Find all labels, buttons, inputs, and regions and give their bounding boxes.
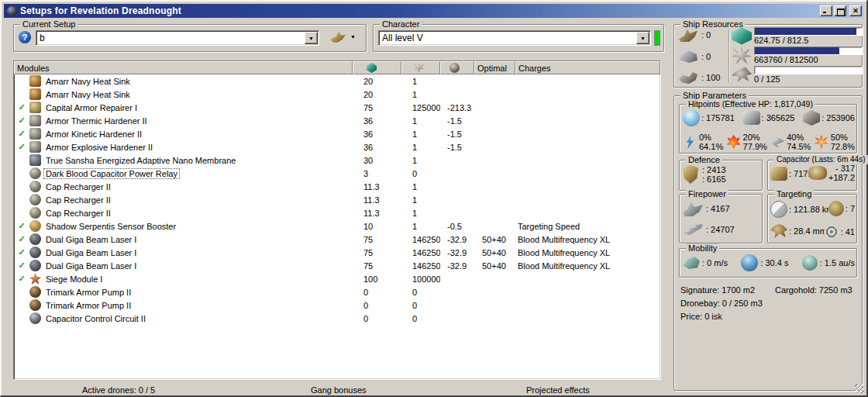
module-cpu-cell: 36 — [353, 116, 401, 126]
table-row[interactable]: ✓Armor Explosive Hardener II361-1.5 — [14, 140, 660, 154]
module-name: Cap Recharger II — [43, 181, 113, 192]
table-row[interactable]: ✓Capital Armor Repairer I75125000-213.3 — [14, 101, 660, 114]
column-header-charges[interactable]: Charges — [515, 61, 660, 74]
module-pg-cell: 146250 — [401, 261, 440, 271]
table-row[interactable]: ✓Shadow Serpentis Sensor Booster101-0.5T… — [14, 219, 660, 233]
explosive-resist-icon — [815, 135, 828, 149]
resize-grip[interactable] — [855, 384, 864, 393]
module-name: Capacitor Control Circuit II — [43, 313, 148, 324]
module-name: Armor Explosive Hardener II — [43, 142, 155, 153]
ship-tools-icon[interactable] — [330, 32, 346, 43]
shield-hp-icon — [683, 109, 700, 126]
current-setup-group: Current Setup ? b ▼ ▼ — [13, 24, 367, 52]
resist-cell: 50%72.8% — [815, 133, 855, 151]
close-button[interactable] — [849, 5, 862, 16]
table-row[interactable]: Cap Recharger II11.31 — [14, 180, 660, 193]
table-row[interactable]: Capacitor Control Circuit II00 — [14, 312, 660, 325]
setup-value: b — [36, 33, 305, 43]
targeting-group: Targeting : 121.88 km : 7 : 28.4 mm : 41 — [767, 194, 857, 243]
module-cpu-cell: 10 — [353, 222, 401, 231]
setup-combobox[interactable]: b ▼ — [36, 30, 319, 46]
table-row[interactable]: Cap Recharger II11.31 — [14, 193, 660, 206]
cpu-icon — [732, 28, 752, 45]
gang-bonuses-label: Gang bonuses — [311, 385, 367, 395]
table-row[interactable]: Trimark Armor Pump II00 — [14, 285, 660, 299]
module-pg-cell: 0 — [401, 169, 440, 178]
defence-group: Defence : 2413 : 6165 — [679, 160, 763, 191]
sensor-strength-icon — [824, 224, 839, 240]
module-name: Shadow Serpentis Sensor Booster — [43, 221, 178, 232]
active-drones-label: Active drones: 0 / 5 — [82, 385, 155, 395]
module-pg-cell: 146250 — [401, 248, 440, 257]
module-charges-cell: Targeting Speed — [515, 222, 660, 231]
module-cpu-cell: 0 — [353, 301, 401, 310]
column-header-powergrid[interactable] — [401, 61, 440, 74]
turret-hardpoints-icon — [679, 28, 698, 42]
character-label: Character — [380, 19, 422, 29]
minimize-button[interactable] — [820, 5, 832, 16]
align-time-icon — [741, 254, 758, 271]
module-cpu-cell: 75 — [353, 248, 401, 257]
table-row[interactable]: ✓Dual Giga Beam Laser I75146250-32.950+4… — [14, 246, 660, 259]
table-row[interactable]: ✓Armor Kinetic Hardener II361-1.5 — [14, 127, 660, 140]
column-header-cpu[interactable] — [353, 61, 401, 74]
table-row[interactable]: True Sansha Energized Adaptive Nano Memb… — [14, 154, 660, 167]
table-row[interactable]: ✓Armor Thermic Hardener II361-1.5 — [14, 114, 660, 127]
module-cpu-cell: 0 — [353, 288, 401, 297]
cpu-usage-text: 624.75 / 812.5 — [754, 36, 863, 45]
table-row[interactable]: ✓Dual Giga Beam Laser I75146250-32.950+4… — [14, 233, 660, 246]
column-header-modules[interactable]: Modules — [14, 61, 353, 74]
module-cap-cell: -32.9 — [440, 248, 474, 257]
cap-recharger-icon — [29, 194, 41, 205]
price-stat: Price: 0 isk — [680, 312, 722, 321]
setup-dropdown-arrow-icon[interactable]: ▼ — [305, 32, 318, 44]
help-icon[interactable]: ? — [19, 31, 31, 43]
table-row[interactable]: Amarr Navy Heat Sink201 — [14, 88, 660, 101]
module-optimal-cell: 50+40 — [474, 261, 515, 271]
column-header-capacitor[interactable] — [440, 61, 474, 74]
character-combobox[interactable]: All level V ▼ — [378, 30, 651, 46]
module-pg-cell: 1 — [401, 90, 440, 99]
heat-sink-icon — [29, 88, 41, 100]
ship-tools-dropdown-arrow-icon[interactable]: ▼ — [350, 34, 356, 40]
hardener-icon — [29, 128, 41, 140]
table-row[interactable]: Cap Recharger II11.31 — [14, 206, 660, 219]
modules-table[interactable]: Modules Optimal Charges Amarr Navy Heat … — [13, 60, 661, 380]
powergrid-bar-fill — [755, 47, 839, 54]
title-bar[interactable]: Setups for Revelation Dreadnought — [4, 4, 863, 18]
module-name: Dual Giga Beam Laser I — [43, 247, 139, 258]
module-pg-cell: 1 — [401, 129, 440, 139]
column-header-optimal[interactable]: Optimal — [474, 61, 515, 74]
character-dropdown-arrow-icon[interactable]: ▼ — [636, 32, 649, 44]
table-row[interactable]: Trimark Armor Pump II00 — [14, 299, 660, 312]
module-rows: Amarr Navy Heat Sink201Amarr Navy Heat S… — [14, 74, 660, 325]
module-optimal-cell: 50+40 — [474, 235, 515, 244]
defence-label: Defence — [686, 155, 722, 164]
cap-recharge-value: +187.2 — [828, 173, 855, 182]
maximize-button[interactable] — [834, 5, 846, 16]
firepower-group: Firepower : 4167 : 24707 — [679, 194, 763, 243]
max-targets-value: : 7 — [846, 204, 855, 213]
table-row[interactable]: Amarr Navy Heat Sink201 — [14, 74, 660, 88]
module-cpu-cell: 36 — [353, 129, 401, 139]
module-charges-cell: Blood Multifrequency XL — [515, 261, 660, 271]
sensor-strength-value: : 41 — [841, 227, 855, 236]
capacitor-group: Capacitor (Lasts: 6m 44s) : 71719 - 317 … — [767, 160, 857, 191]
resist-cell: 0%64.1% — [683, 133, 723, 151]
module-cpu-cell: 75 — [353, 261, 401, 271]
signature-stat: Signature: 1700 m2 — [680, 285, 755, 295]
active-check-icon: ✓ — [16, 142, 27, 152]
align-time-value: : 30.4 s — [760, 258, 788, 268]
targeting-range-value: : 121.88 km — [789, 205, 833, 214]
module-pg-cell: 125000 — [401, 103, 440, 112]
max-velocity-icon — [683, 257, 700, 269]
heat-sink-icon — [29, 75, 41, 87]
module-cap-cell: -1.5 — [440, 129, 474, 139]
table-row[interactable]: Dark Blood Capacitor Power Relay30 — [14, 167, 660, 180]
table-row[interactable]: ✓Siege Module I100100000 — [14, 272, 660, 285]
warp-speed-icon — [802, 255, 818, 271]
table-row[interactable]: ✓Dual Giga Beam Laser I75146250-32.950+4… — [14, 259, 660, 272]
scan-resolution-icon — [770, 224, 787, 238]
defence-value-1: : 2413 — [702, 165, 726, 174]
module-cpu-cell: 11.3 — [353, 182, 401, 192]
